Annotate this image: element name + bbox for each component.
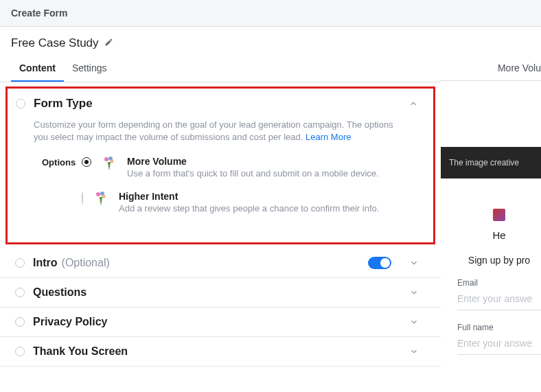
section-intro[interactable]: Intro(Optional) — [0, 249, 441, 278]
optional-label: (Optional) — [62, 257, 110, 268]
tabs: Content Settings — [0, 56, 441, 82]
tab-content[interactable]: Content — [11, 56, 64, 82]
tab-settings[interactable]: Settings — [64, 56, 115, 82]
learn-more-link[interactable]: Learn More — [306, 132, 351, 142]
email-label: Email — [457, 278, 541, 288]
image-creative-bar: The image creative — [441, 147, 541, 178]
full-name-field[interactable]: Enter your answe — [457, 338, 541, 355]
preview-panel: More Volu The image creative He Sign up … — [441, 56, 541, 367]
section-radio-icon — [16, 99, 25, 108]
option-subtitle: Use a form that's quick to fill out and … — [127, 168, 425, 178]
preview-signup-text: Sign up by pro — [457, 255, 541, 266]
section-thank-you[interactable]: Thank You Screen — [0, 337, 441, 367]
privacy-label: Privacy Policy — [33, 316, 402, 328]
radio-selected-icon[interactable] — [82, 157, 91, 167]
options-label: Options — [42, 157, 76, 168]
bouquet-icon — [94, 191, 113, 210]
chevron-up-icon[interactable] — [402, 99, 425, 108]
chevron-down-icon[interactable] — [402, 288, 426, 297]
option-higher-intent[interactable]: Higher Intent Add a review step that giv… — [34, 191, 425, 214]
section-radio-icon — [15, 347, 25, 356]
option-subtitle: Add a review step that gives people a ch… — [119, 203, 425, 214]
svg-point-3 — [96, 192, 100, 196]
chevron-down-icon[interactable] — [402, 347, 426, 356]
avatar — [493, 209, 505, 221]
form-type-section: Form Type Customize your form depending … — [5, 87, 435, 244]
dialog-title: Create Form — [11, 8, 67, 19]
chevron-down-icon[interactable] — [402, 317, 426, 327]
full-name-label: Full name — [457, 323, 541, 332]
preview-card: He Sign up by pro Email Enter your answe… — [441, 199, 541, 355]
form-type-description: Customize your form depending on the goa… — [34, 119, 402, 143]
thank-you-label: Thank You Screen — [33, 345, 402, 358]
section-questions[interactable]: Questions — [0, 278, 441, 308]
section-radio-icon — [15, 317, 25, 327]
form-title-row: Free Case Study — [0, 27, 541, 56]
questions-label: Questions — [33, 286, 402, 299]
option-more-volume[interactable]: Options More Volume Use a form that's qu… — [34, 156, 425, 178]
preview-tab-more-volume[interactable]: More Volu — [498, 62, 541, 73]
svg-point-5 — [102, 195, 106, 198]
form-name: Free Case Study — [11, 36, 99, 50]
chevron-down-icon[interactable] — [402, 258, 426, 268]
svg-point-0 — [104, 157, 108, 161]
radio-unselected-icon[interactable] — [82, 192, 83, 205]
edit-icon[interactable] — [104, 37, 113, 49]
section-radio-icon — [15, 258, 25, 268]
intro-label: Intro — [33, 257, 58, 268]
section-radio-icon — [15, 288, 25, 297]
form-type-title: Form Type — [34, 97, 402, 111]
dialog-header: Create Form — [0, 0, 541, 27]
option-title: More Volume — [127, 156, 425, 167]
svg-point-2 — [111, 160, 114, 163]
intro-toggle[interactable] — [368, 257, 391, 269]
bouquet-icon — [102, 156, 122, 175]
email-field[interactable]: Enter your answe — [457, 293, 541, 310]
preview-headline: He — [457, 229, 541, 241]
option-title: Higher Intent — [119, 191, 425, 202]
section-privacy[interactable]: Privacy Policy — [0, 308, 441, 337]
